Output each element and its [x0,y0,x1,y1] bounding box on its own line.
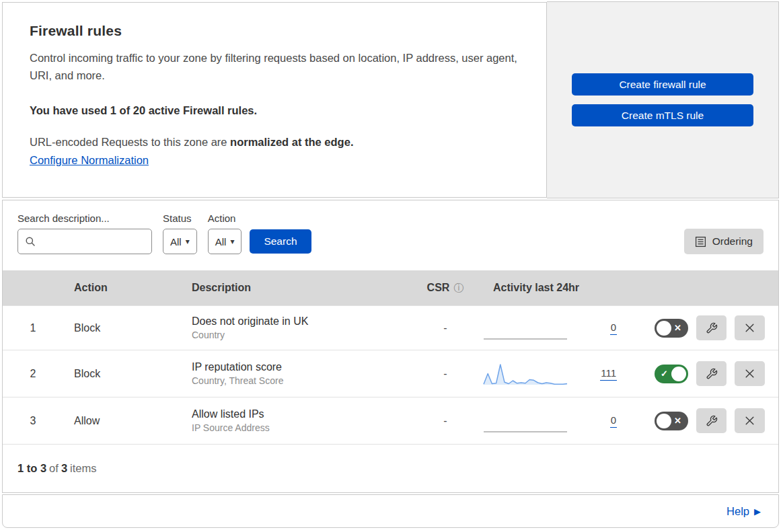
rule-csr-value: - [408,322,482,334]
rule-description: IP reputation score [192,361,408,373]
rule-controls-cell: ✓ ✕ [644,361,778,386]
header-description: Description [181,282,408,294]
activity-sparkline [482,360,568,387]
check-icon: ✓ [661,369,668,379]
rule-enabled-toggle[interactable]: ✓ ✕ [655,319,688,338]
rule-controls-cell: ✓ ✕ [644,315,778,340]
ordering-list-icon [695,236,706,248]
normalization-text: URL-encoded Requests to this zone are [30,136,230,148]
rule-description: Allow listed IPs [192,408,408,420]
create-mtls-rule-button[interactable]: Create mTLS rule [572,104,753,126]
cross-icon: ✕ [674,323,681,333]
action-dropdown[interactable]: All▾ [208,229,242,254]
chevron-down-icon: ▾ [230,237,234,246]
rule-description-cell: IP reputation score Country, Threat Scor… [181,361,408,386]
rule-action: Block [63,368,181,380]
action-filter-group: Action All▾ [208,213,242,254]
actions-panel: Create firewall rule Create mTLS rule [547,1,779,198]
search-input[interactable] [41,236,145,248]
search-filter-group: Search description... [17,213,152,254]
search-button[interactable]: Search [250,229,311,254]
table-row: 1 Block Does not originate in UK Country… [3,305,778,350]
edit-rule-button[interactable] [696,408,727,433]
table-header: Action Description CSR ⓘ Activity last 2… [3,270,778,305]
toggle-knob [671,367,686,381]
filter-bar: Search description... Status All▾ Action… [3,200,778,270]
rule-enabled-toggle[interactable]: ✓ ✕ [655,365,688,383]
rule-activity-cell: 0 [482,408,644,434]
toggle-knob [657,414,671,428]
firewall-intro-card: Firewall rules Control incoming traffic … [2,2,547,198]
rule-enabled-toggle[interactable]: ✓ ✕ [655,412,688,430]
ordering-button[interactable]: Ordering [684,229,764,254]
configure-normalization-link[interactable]: Configure Normalization [30,154,149,167]
rule-match-fields: IP Source Address [192,422,408,433]
rule-priority: 3 [3,415,63,427]
action-dropdown-value: All [215,236,227,248]
delete-rule-button[interactable] [735,315,765,340]
rule-action: Block [63,322,181,334]
ordering-button-label: Ordering [712,235,753,248]
rule-action: Allow [63,415,181,427]
edit-rule-button[interactable] [696,361,727,386]
delete-rule-button[interactable] [735,361,765,386]
help-link[interactable]: Help ▶ [727,505,761,518]
header-activity: Activity last 24hr [482,282,644,294]
delete-rule-button[interactable] [735,408,765,433]
toggle-knob [657,321,671,336]
activity-sparkline [482,408,568,434]
table-row: 3 Allow Allow listed IPs IP Source Addre… [3,397,778,444]
normalization-bold: normalized at the edge. [230,136,353,148]
activity-sparkline [482,315,568,342]
activity-count-link[interactable]: 0 [610,321,617,335]
firewall-rules-list-card: Search description... Status All▾ Action… [2,200,779,493]
activity-count-link[interactable]: 0 [610,414,617,428]
rule-description-cell: Does not originate in UK Country [181,315,408,340]
status-filter-group: Status All▾ [163,213,197,254]
status-dropdown[interactable]: All▾ [163,229,197,254]
rule-activity-cell: 111 [482,360,644,387]
page-description: Control incoming traffic to your zone by… [30,50,519,84]
help-link-label: Help [727,505,749,518]
rule-priority: 2 [3,368,63,380]
rule-csr-value: - [408,415,482,427]
header-csr: CSR ⓘ [408,282,482,295]
rule-activity-cell: 0 [482,315,644,342]
cross-icon: ✕ [674,416,681,426]
normalization-note: URL-encoded Requests to this zone are no… [30,136,519,149]
wrench-icon [706,415,718,427]
page-title: Firewall rules [30,23,519,39]
search-label: Search description... [17,213,152,224]
header-csr-label: CSR [427,282,450,294]
close-icon [744,415,755,426]
table-row: 2 Block IP reputation score Country, Thr… [3,350,778,397]
rule-controls-cell: ✓ ✕ [644,408,778,433]
pagination-summary: 1 to 3 of 3 items [3,444,778,492]
search-input-box[interactable] [17,229,152,254]
items-range: 1 to 3 [17,462,46,475]
rule-csr-value: - [408,368,482,380]
rule-match-fields: Country, Threat Score [192,375,408,386]
rule-priority: 1 [3,322,63,334]
top-section: Firewall rules Control incoming traffic … [2,2,779,198]
create-firewall-rule-button[interactable]: Create firewall rule [572,73,753,96]
arrow-right-icon: ▶ [754,506,761,517]
activity-count-link[interactable]: 111 [600,367,617,381]
wrench-icon [706,368,718,380]
info-icon[interactable]: ⓘ [453,282,463,295]
search-icon [25,236,36,247]
close-icon [744,368,755,379]
status-label: Status [163,213,197,224]
rule-match-fields: Country [192,330,408,340]
usage-note: You have used 1 of 20 active Firewall ru… [30,104,519,117]
items-text: items [70,462,96,475]
items-total: 3 [61,462,67,475]
wrench-icon [706,322,718,334]
chevron-down-icon: ▾ [186,237,190,246]
header-action: Action [63,282,181,294]
close-icon [744,322,755,334]
rule-description-cell: Allow listed IPs IP Source Address [181,408,408,433]
edit-rule-button[interactable] [696,315,727,340]
rule-description: Does not originate in UK [192,315,408,328]
of-text: of [49,462,59,475]
